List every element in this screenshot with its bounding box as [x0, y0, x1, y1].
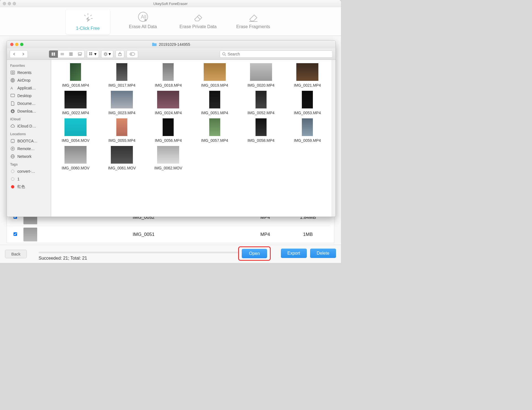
svg-line-7: [197, 17, 200, 19]
search-input[interactable]: [228, 52, 330, 56]
file-thumbnail: [256, 91, 267, 108]
tab-erase-all-data[interactable]: All Erase All Data: [121, 9, 165, 29]
fragments-icon: [231, 9, 275, 24]
folder-icon: [152, 43, 157, 46]
delete-button[interactable]: Delete: [310, 249, 336, 258]
view-gallery-button[interactable]: [76, 50, 84, 58]
export-button[interactable]: Export: [281, 249, 307, 258]
sidebar-item[interactable]: AirDrop: [7, 76, 51, 84]
open-button[interactable]: Open: [242, 249, 267, 258]
file-item[interactable]: IMG_0059.MP4: [284, 118, 331, 143]
finder-window-controls[interactable]: [10, 43, 23, 46]
sidebar-header: iCloud: [7, 115, 51, 122]
file-thumbnail: [116, 118, 127, 136]
tab-erase-private-data[interactable]: Erase Private Data: [176, 9, 220, 29]
sidebar-item[interactable]: Docume…: [7, 100, 51, 107]
sidebar-item[interactable]: 1: [7, 175, 51, 183]
file-item[interactable]: IMG_0058.MP4: [238, 118, 284, 143]
file-name: IMG_0019.MP4: [201, 83, 228, 87]
row-thumbnail: [23, 228, 37, 241]
share-button[interactable]: [115, 50, 124, 58]
file-item[interactable]: IMG_0055.MP4: [99, 118, 145, 143]
sidebar-item-label: Downloa…: [17, 109, 36, 113]
file-item[interactable]: IMG_0017.MP4: [99, 63, 145, 87]
sidebar-item[interactable]: 红色: [7, 183, 51, 191]
sidebar-item-label: AirDrop: [17, 78, 30, 82]
sidebar-item[interactable]: Remote…: [7, 145, 51, 153]
sidebar-item-label: iCloud D…: [17, 124, 36, 128]
sidebar-item[interactable]: BOOTCA…: [7, 137, 51, 145]
file-thumbnail: [302, 118, 313, 136]
file-thumbnail: [116, 63, 127, 81]
minimize-icon[interactable]: [15, 43, 18, 46]
file-item[interactable]: IMG_0051.MP4: [192, 91, 238, 115]
search-field[interactable]: [220, 50, 333, 58]
scrollbar[interactable]: [332, 60, 335, 217]
file-item[interactable]: IMG_0020.MP4: [238, 63, 284, 87]
file-item[interactable]: IMG_0016.MP4: [52, 63, 99, 87]
svg-point-40: [131, 54, 132, 55]
file-item[interactable]: IMG_0061.MOV: [99, 146, 145, 170]
file-item[interactable]: IMG_0023.MP4: [99, 91, 145, 115]
file-item[interactable]: IMG_0022.MP4: [52, 91, 99, 115]
file-item[interactable]: IMG_0056.MP4: [145, 118, 191, 143]
file-item[interactable]: IMG_0024.MP4: [145, 91, 191, 115]
tab-1click-free[interactable]: 1-Click Free: [66, 9, 110, 34]
svg-rect-14: [54, 54, 55, 55]
zoom-icon[interactable]: [13, 2, 16, 5]
svg-rect-19: [71, 53, 71, 55]
file-thumbnail: [111, 91, 133, 108]
file-name: IMG_0055.MP4: [108, 138, 135, 143]
svg-rect-24: [80, 55, 81, 55]
file-item[interactable]: IMG_0062.MOV: [145, 146, 191, 170]
file-item[interactable]: IMG_0054.MOV: [52, 118, 99, 143]
table-row[interactable]: IMG_0051 MP4 1MB: [7, 226, 330, 243]
minimize-icon[interactable]: [8, 2, 11, 5]
sidebar-item-label: Docume…: [17, 101, 36, 106]
nav-back-button[interactable]: [10, 50, 19, 58]
sidebar-item[interactable]: convert-…: [7, 167, 51, 175]
chevron-down-icon: ▾: [109, 51, 111, 57]
row-checkbox[interactable]: [14, 232, 17, 236]
globe-icon: [10, 154, 15, 159]
sidebar-item[interactable]: iCloud D…: [7, 122, 51, 130]
file-item[interactable]: IMG_0052.MP4: [238, 91, 284, 115]
svg-text:All: All: [141, 14, 146, 20]
tag-empty-icon: [10, 177, 15, 182]
file-item[interactable]: IMG_0060.MOV: [52, 146, 99, 170]
sidebar-item[interactable]: AApplicati…: [7, 84, 51, 92]
action-menu-button[interactable]: ▾: [101, 50, 113, 58]
svg-line-35: [106, 55, 107, 55]
zoom-icon[interactable]: [20, 43, 23, 46]
nav-forward-button[interactable]: [19, 50, 28, 58]
sidebar-item[interactable]: Network: [7, 153, 51, 160]
finder-content[interactable]: IMG_0016.MP4IMG_0017.MP4IMG_0018.MP4IMG_…: [51, 60, 332, 217]
finder-body: FavoritesRecentsAirDropAApplicati…Deskto…: [7, 60, 335, 217]
file-item[interactable]: IMG_0021.MP4: [284, 63, 331, 87]
back-button[interactable]: Back: [5, 250, 27, 258]
sidebar-item[interactable]: Desktop: [7, 92, 51, 100]
svg-rect-11: [52, 53, 53, 54]
finder-sidebar[interactable]: FavoritesRecentsAirDropAApplicati…Deskto…: [7, 60, 51, 217]
file-item[interactable]: IMG_0057.MP4: [192, 118, 238, 143]
file-item[interactable]: IMG_0019.MP4: [192, 63, 238, 87]
close-icon[interactable]: [10, 43, 14, 46]
tags-button[interactable]: [127, 50, 138, 58]
svg-rect-23: [79, 55, 80, 55]
sidebar-item[interactable]: Recents: [7, 69, 51, 76]
close-icon[interactable]: [3, 2, 6, 5]
file-item[interactable]: IMG_0018.MP4: [145, 63, 191, 87]
file-item[interactable]: IMG_0053.MP4: [284, 91, 331, 115]
sidebar-item[interactable]: Downloa…: [7, 107, 51, 115]
svg-line-1: [90, 15, 92, 16]
view-columns-button[interactable]: [67, 50, 76, 58]
file-name: IMG_0051.MP4: [201, 111, 228, 115]
view-list-button[interactable]: [58, 50, 67, 58]
file-name: IMG_0056.MP4: [155, 138, 182, 143]
view-icons-button[interactable]: [49, 50, 58, 58]
group-by-button[interactable]: ▾: [87, 50, 99, 58]
window-controls[interactable]: [3, 2, 16, 5]
file-thumbnail: [256, 118, 267, 136]
finder-folder-title: 20191029-144955: [152, 42, 190, 47]
tab-erase-fragments[interactable]: Erase Fragments: [231, 9, 275, 29]
